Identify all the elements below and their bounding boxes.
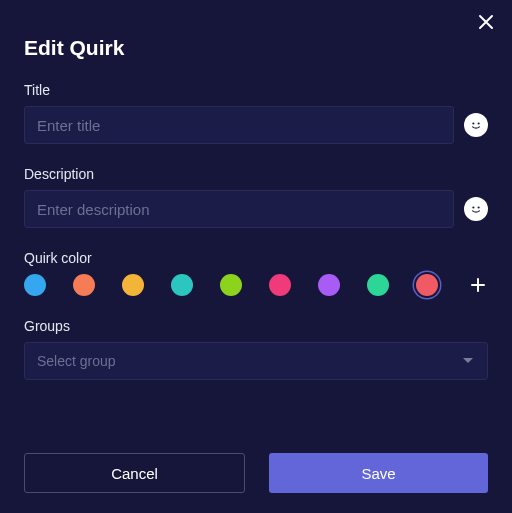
description-emoji-button[interactable] — [464, 197, 488, 221]
svg-point-5 — [478, 206, 480, 208]
svg-point-0 — [468, 117, 485, 134]
color-swatch-mint[interactable] — [367, 274, 389, 296]
color-label: Quirk color — [24, 250, 488, 266]
title-label: Title — [24, 82, 488, 98]
description-input[interactable] — [24, 190, 454, 228]
edit-quirk-modal: Edit Quirk Title Description — [0, 0, 512, 513]
close-icon — [478, 14, 494, 30]
smiley-icon — [467, 200, 485, 218]
color-swatch-orange[interactable] — [73, 274, 95, 296]
modal-title: Edit Quirk — [0, 0, 512, 60]
chevron-down-icon — [463, 358, 473, 364]
color-swatch-teal[interactable] — [171, 274, 193, 296]
title-input[interactable] — [24, 106, 454, 144]
plus-icon — [471, 278, 485, 292]
color-swatch-pink[interactable] — [269, 274, 291, 296]
color-picker — [24, 274, 488, 296]
button-row: Cancel Save — [24, 453, 488, 493]
svg-point-4 — [472, 206, 474, 208]
save-button[interactable]: Save — [269, 453, 488, 493]
groups-select-placeholder: Select group — [37, 353, 116, 369]
svg-point-2 — [478, 122, 480, 124]
color-swatch-coral[interactable] — [416, 274, 438, 296]
svg-point-1 — [472, 122, 474, 124]
color-swatch-blue[interactable] — [24, 274, 46, 296]
smiley-icon — [467, 116, 485, 134]
add-color-button[interactable] — [467, 274, 488, 296]
cancel-button[interactable]: Cancel — [24, 453, 245, 493]
groups-label: Groups — [24, 318, 488, 334]
groups-select[interactable]: Select group — [24, 342, 488, 380]
title-emoji-button[interactable] — [464, 113, 488, 137]
color-swatch-green[interactable] — [220, 274, 242, 296]
description-label: Description — [24, 166, 488, 182]
color-swatch-yellow[interactable] — [122, 274, 144, 296]
color-swatch-purple[interactable] — [318, 274, 340, 296]
close-button[interactable] — [474, 10, 498, 34]
svg-point-3 — [468, 201, 485, 218]
